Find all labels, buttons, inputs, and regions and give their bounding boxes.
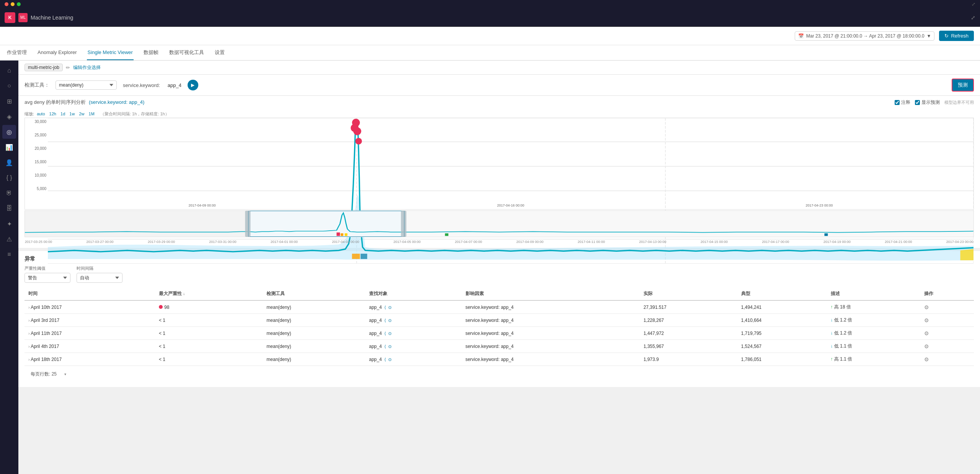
cell-typical: 1,494,241 bbox=[737, 300, 827, 314]
window-maximize-dot[interactable] bbox=[17, 2, 21, 6]
sidebar-icon-home[interactable]: ⌂ bbox=[2, 64, 16, 77]
zoom-1M[interactable]: 1M bbox=[89, 112, 95, 116]
tab-single-metric[interactable]: Single Metric Viewer bbox=[87, 45, 134, 60]
tab-dataframe[interactable]: 数据帧 bbox=[143, 45, 159, 60]
sidebar-icon-monitoring[interactable]: ⛨ bbox=[2, 186, 16, 200]
tab-visualization[interactable]: 数据可视化工具 bbox=[168, 45, 205, 60]
target-link-icon[interactable]: ⟨ bbox=[384, 305, 386, 310]
cell-expand[interactable]: › April 18th 2017 bbox=[24, 353, 155, 366]
col-severity[interactable]: 最大严重性 ↓ bbox=[155, 287, 263, 300]
sidebar-icon-ml[interactable]: ◎ bbox=[2, 125, 16, 139]
ts-title-link[interactable]: (service.keyword: app_4) bbox=[89, 99, 144, 105]
date-range-picker[interactable]: 📅 Mar 23, 2017 @ 21:00:00.0 → Apr 23, 20… bbox=[795, 31, 934, 41]
sidebar-icon-alerts[interactable]: ⚠ bbox=[2, 232, 16, 246]
cell-expand[interactable]: › April 10th 2017 bbox=[24, 300, 155, 314]
cell-action[interactable]: ⚙ bbox=[920, 340, 974, 353]
play-button[interactable]: ▶ bbox=[188, 80, 198, 90]
sidebar-icon-upgrade[interactable]: ✦ bbox=[2, 217, 16, 231]
sidebar-icon-dev-tools[interactable]: { } bbox=[2, 171, 16, 185]
zoom-2w[interactable]: 2w bbox=[79, 112, 84, 116]
target-link-icon[interactable]: ⟨ bbox=[384, 331, 386, 336]
detector-select[interactable]: mean(deny) bbox=[56, 80, 117, 90]
zoom-1d[interactable]: 1d bbox=[60, 112, 65, 116]
zoom-12h[interactable]: 12h bbox=[49, 112, 56, 116]
top-app-bar: K ML Machine Learning ⤢ bbox=[0, 8, 980, 27]
mini-x-4: 2017-03-31 00:00 bbox=[209, 240, 236, 244]
action-gear-icon[interactable]: ⚙ bbox=[924, 343, 929, 349]
forecast-button[interactable]: 预测 bbox=[952, 79, 974, 92]
expand-row-icon[interactable]: › bbox=[28, 344, 30, 349]
sidebar-icon-settings-bottom[interactable]: ≡ bbox=[2, 248, 16, 261]
mini-chart[interactable]: 2017-03-25 00:00 2017-03-27 00:00 2017-0… bbox=[24, 210, 974, 237]
target-copy-icon[interactable]: ⊙ bbox=[388, 318, 392, 323]
svg-rect-20 bbox=[341, 233, 343, 236]
y-25000: 25,000 bbox=[34, 133, 46, 137]
zoom-1w[interactable]: 1w bbox=[69, 112, 75, 116]
sidebar-icon-visualize[interactable]: ◈ bbox=[2, 110, 16, 123]
cell-action[interactable]: ⚙ bbox=[920, 353, 974, 366]
refresh-icon: ↻ bbox=[944, 33, 949, 39]
action-gear-icon[interactable]: ⚙ bbox=[924, 317, 929, 323]
target-copy-icon[interactable]: ⊙ bbox=[388, 331, 392, 336]
refresh-button[interactable]: ↻ Refresh bbox=[939, 31, 974, 41]
severity-value: < 1 bbox=[159, 318, 165, 323]
cell-expand[interactable]: › April 4th 2017 bbox=[24, 340, 155, 353]
page-size-chevron[interactable]: ▾ bbox=[58, 369, 72, 379]
col-actual: 实际 bbox=[640, 287, 737, 300]
sidebar-icon-manage[interactable]: 🗄 bbox=[2, 202, 16, 215]
expand-row-icon[interactable]: › bbox=[28, 305, 30, 310]
show-forecast-checkbox-label[interactable]: 显示预测 bbox=[915, 99, 940, 106]
cell-influencer: service.keyword: app_4 bbox=[462, 300, 640, 314]
cell-severity: < 1 bbox=[155, 353, 263, 366]
window-close-dot[interactable] bbox=[5, 2, 8, 6]
cell-action[interactable]: ⚙ bbox=[920, 327, 974, 340]
page-footer[interactable]: 每页行数: 25 ▾ bbox=[24, 366, 974, 382]
annotation-checkbox[interactable] bbox=[895, 100, 900, 105]
cell-expand[interactable]: › April 11th 2017 bbox=[24, 327, 155, 340]
target-link-icon[interactable]: ⟨ bbox=[384, 318, 386, 323]
cell-influencer: service.keyword: app_4 bbox=[462, 340, 640, 353]
job-bar: multi-metric-job ✏ 编辑作业选择 bbox=[18, 61, 980, 75]
sidebar-icon-user[interactable]: 👤 bbox=[2, 156, 16, 169]
cell-expand[interactable]: › April 3rd 2017 bbox=[24, 314, 155, 327]
edit-icon: ✏ bbox=[66, 65, 70, 71]
sidebar-icon-discover[interactable]: ○ bbox=[2, 79, 16, 93]
expand-row-icon[interactable]: › bbox=[28, 331, 30, 336]
severity-filter-select[interactable]: 警告 次要 主要 严重 bbox=[24, 273, 70, 283]
sidebar-icon-dashboard[interactable]: ⊞ bbox=[2, 94, 16, 108]
window-expand-icon[interactable]: ⤢ bbox=[972, 2, 975, 7]
show-forecast-checkbox[interactable] bbox=[915, 100, 920, 105]
cell-action[interactable]: ⚙ bbox=[920, 314, 974, 327]
interval-filter-select[interactable]: 自动 1小时 1天 bbox=[77, 273, 122, 283]
window-icons: ⤢ bbox=[972, 2, 975, 7]
cell-description: ↑ 高 1.1 倍 bbox=[827, 353, 920, 366]
action-gear-icon[interactable]: ⚙ bbox=[924, 304, 929, 310]
job-name-tag: multi-metric-job bbox=[24, 64, 63, 71]
sidebar-icon-apm[interactable]: 📊 bbox=[2, 140, 16, 154]
svg-rect-14 bbox=[352, 254, 360, 259]
action-gear-icon[interactable]: ⚙ bbox=[924, 330, 929, 336]
window-minimize-dot[interactable] bbox=[11, 2, 15, 6]
cell-action[interactable]: ⚙ bbox=[920, 300, 974, 314]
target-copy-icon[interactable]: ⊙ bbox=[388, 357, 392, 362]
svg-rect-19 bbox=[336, 233, 340, 236]
zoom-auto[interactable]: auto bbox=[37, 112, 45, 116]
cell-time: April 3rd 2017 bbox=[31, 318, 59, 323]
expand-row-icon[interactable]: › bbox=[28, 318, 30, 323]
tab-settings[interactable]: 设置 bbox=[214, 45, 225, 60]
annotation-checkbox-label[interactable]: 注释 bbox=[895, 99, 910, 106]
tab-anomaly-explorer[interactable]: Anomaly Explorer bbox=[37, 45, 78, 60]
edit-job-link[interactable]: 编辑作业选择 bbox=[73, 64, 101, 71]
tab-job-mgmt[interactable]: 作业管理 bbox=[6, 45, 28, 60]
target-copy-icon[interactable]: ⊙ bbox=[388, 305, 392, 310]
expand-row-icon[interactable]: › bbox=[28, 357, 30, 362]
top-expand-icon[interactable]: ⤢ bbox=[971, 15, 975, 21]
action-gear-icon[interactable]: ⚙ bbox=[924, 356, 929, 362]
ts-title-main: avg deny 的单时间序列分析 bbox=[24, 99, 86, 105]
target-link-icon[interactable]: ⟨ bbox=[384, 344, 386, 349]
target-link-icon[interactable]: ⟨ bbox=[384, 357, 386, 362]
page-size-label: 每页行数: 25 bbox=[31, 371, 57, 377]
target-copy-icon[interactable]: ⊙ bbox=[388, 344, 392, 349]
zoom-label: 缩放: bbox=[24, 112, 34, 116]
severity-sort-icon[interactable]: ↓ bbox=[183, 292, 185, 296]
